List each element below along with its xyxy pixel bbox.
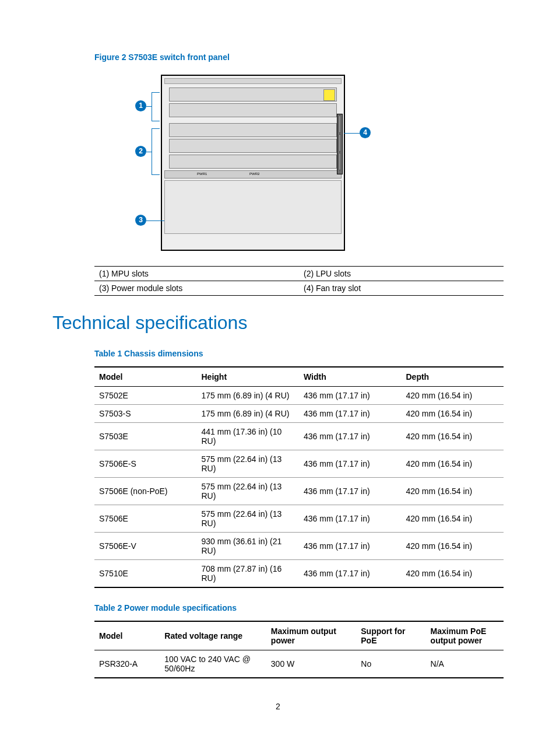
lead-4 (344, 133, 360, 134)
switch-front-panel-diagram: PWR1 PWR2 1 2 3 4 (94, 70, 345, 257)
table-row: S7506E-V930 mm (36.61 in) (21 RU)436 mm … (94, 533, 504, 560)
cell-height: 930 mm (36.61 in) (21 RU) (197, 533, 300, 560)
cell-width: 436 mm (17.17 in) (299, 387, 402, 405)
cell-model: S7506E-V (94, 533, 197, 560)
mpu-slot (169, 103, 337, 117)
col-mop: Maximum output power (266, 621, 356, 650)
top-strip (164, 78, 342, 84)
cell-width: 436 mm (17.17 in) (299, 505, 402, 533)
table-row: S7503E441 mm (17.36 in) (10 RU)436 mm (1… (94, 423, 504, 450)
callout-4: 4 (360, 127, 371, 138)
table-row: PSR320-A100 VAC to 240 VAC @ 50/60Hz300 … (94, 650, 504, 678)
legend-cell: (3) Power module slots (94, 281, 299, 296)
cell-depth: 420 mm (16.54 in) (402, 423, 504, 450)
legend-cell: (1) MPU slots (94, 267, 299, 281)
col-width: Width (299, 367, 402, 387)
cell-height: 575 mm (22.64 in) (13 RU) (197, 505, 300, 533)
cell-depth: 420 mm (16.54 in) (402, 387, 504, 405)
legend-row: (3) Power module slots (4) Fan tray slot (94, 281, 504, 296)
cell-mop: 300 W (266, 650, 356, 678)
cell-height: 175 mm (6.89 in) (4 RU) (197, 405, 300, 423)
cell-rvr: 100 VAC to 240 VAC @ 50/60Hz (160, 650, 266, 678)
chassis-outline: PWR1 PWR2 (161, 75, 345, 251)
col-model: Model (94, 621, 160, 650)
mpu-slot (169, 88, 337, 102)
callout-2: 2 (135, 146, 146, 157)
figure-legend-table: (1) MPU slots (2) LPU slots (3) Power mo… (94, 266, 504, 296)
lpu-slot (169, 139, 337, 153)
col-model: Model (94, 367, 197, 387)
col-rvr: Rated voltage range (160, 621, 266, 650)
table2-caption: Table 2 Power module specifications (94, 603, 504, 612)
page-number: 2 (52, 702, 504, 711)
bracket-mpu (152, 92, 160, 121)
cell-depth: 420 mm (16.54 in) (402, 450, 504, 478)
cell-model: S7502E (94, 387, 197, 405)
table-row: S7510E708 mm (27.87 in) (16 RU)436 mm (1… (94, 560, 504, 588)
power-module-bay (164, 180, 342, 234)
lpu-slot (169, 155, 337, 169)
pwr1-label: PWR1 (197, 172, 207, 176)
figure-caption: Figure 2 S7503E switch front panel (94, 52, 504, 62)
pwr2-label: PWR2 (249, 172, 259, 176)
power-label-row: PWR1 PWR2 (164, 170, 342, 178)
cell-depth: 420 mm (16.54 in) (402, 478, 504, 505)
cell-depth: 420 mm (16.54 in) (402, 533, 504, 560)
chassis-dimensions-table: Model Height Width Depth S7502E175 mm (6… (94, 366, 504, 588)
cell-model: S7506E-S (94, 450, 197, 478)
cell-width: 436 mm (17.17 in) (299, 450, 402, 478)
col-mpoe: Maximum PoE output power (426, 621, 504, 650)
cell-model: S7503-S (94, 405, 197, 423)
table-row: S7506E (non-PoE)575 mm (22.64 in) (13 RU… (94, 478, 504, 505)
fan-tray-slot (337, 114, 343, 174)
lead-1 (146, 106, 152, 107)
table-row: S7506E-S575 mm (22.64 in) (13 RU)436 mm … (94, 450, 504, 478)
table-row: S7503-S175 mm (6.89 in) (4 RU)436 mm (17… (94, 405, 504, 423)
cell-width: 436 mm (17.17 in) (299, 560, 402, 588)
table-row: S7502E175 mm (6.89 in) (4 RU)436 mm (17.… (94, 387, 504, 405)
power-module-spec-table: Model Rated voltage range Maximum output… (94, 621, 504, 678)
cell-model: S7506E (94, 505, 197, 533)
col-height: Height (197, 367, 300, 387)
callout-1: 1 (135, 100, 146, 111)
callout-3: 3 (135, 215, 146, 226)
cell-height: 575 mm (22.64 in) (13 RU) (197, 450, 300, 478)
lead-3 (146, 220, 164, 221)
cell-poe: No (356, 650, 425, 678)
cell-mpoe: N/A (426, 650, 504, 678)
col-depth: Depth (402, 367, 504, 387)
cell-model: S7503E (94, 423, 197, 450)
cell-width: 436 mm (17.17 in) (299, 478, 402, 505)
cell-model: PSR320-A (94, 650, 160, 678)
table1-caption: Table 1 Chassis dimensions (94, 349, 504, 358)
cell-width: 436 mm (17.17 in) (299, 405, 402, 423)
cell-height: 175 mm (6.89 in) (4 RU) (197, 387, 300, 405)
cell-depth: 420 mm (16.54 in) (402, 560, 504, 588)
legend-row: (1) MPU slots (2) LPU slots (94, 267, 504, 281)
col-poe: Support for PoE (356, 621, 425, 650)
bracket-lpu (152, 128, 160, 175)
cell-model: S7510E (94, 560, 197, 588)
cell-height: 441 mm (17.36 in) (10 RU) (197, 423, 300, 450)
table-row: S7506E575 mm (22.64 in) (13 RU)436 mm (1… (94, 505, 504, 533)
legend-cell: (4) Fan tray slot (299, 281, 504, 296)
cell-width: 436 mm (17.17 in) (299, 533, 402, 560)
cell-depth: 420 mm (16.54 in) (402, 405, 504, 423)
legend-cell: (2) LPU slots (299, 267, 504, 281)
cell-height: 575 mm (22.64 in) (13 RU) (197, 478, 300, 505)
section-heading: Technical specifications (52, 312, 504, 334)
cell-width: 436 mm (17.17 in) (299, 423, 402, 450)
cell-depth: 420 mm (16.54 in) (402, 505, 504, 533)
cell-height: 708 mm (27.87 in) (16 RU) (197, 560, 300, 588)
lpu-slot (169, 123, 337, 137)
lead-2 (146, 152, 152, 152)
cell-model: S7506E (non-PoE) (94, 478, 197, 505)
